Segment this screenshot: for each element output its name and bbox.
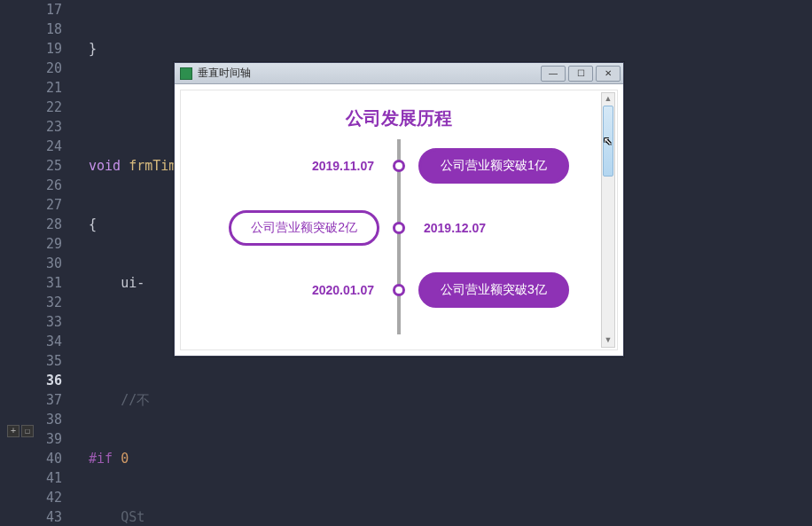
line-number: 26 xyxy=(32,176,62,195)
app-icon xyxy=(180,67,192,80)
dialog-title: 垂直时间轴 xyxy=(198,66,541,81)
timeline-date: 2019.11.07 xyxy=(181,159,399,173)
line-number: 27 xyxy=(32,195,62,215)
line-number: 36 xyxy=(32,371,62,390)
vertical-scrollbar[interactable]: ▲ ▼ xyxy=(601,92,615,348)
line-number: 22 xyxy=(32,98,62,117)
timeline-node-icon xyxy=(393,284,405,296)
timeline-info-bubble[interactable]: 公司营业额突破1亿 xyxy=(418,148,569,184)
line-number: 43 xyxy=(32,507,62,526)
line-number: 40 xyxy=(32,449,62,468)
line-number: 31 xyxy=(32,273,62,293)
timeline-dialog: 垂直时间轴 — ☐ ✕ 公司发展历程 2019.11.07 公司营业额突破1亿 … xyxy=(174,62,624,357)
line-number: 41 xyxy=(32,468,62,488)
timeline-info-bubble[interactable]: 公司营业额突破2亿 xyxy=(229,210,379,246)
timeline-date: 2020.01.07 xyxy=(181,283,399,297)
scroll-up-icon[interactable]: ▲ xyxy=(603,94,613,105)
close-button[interactable]: ✕ xyxy=(596,66,621,82)
line-number-gutter: 17 18 19 20 21 22 23 24 25 26 27 28 29 3… xyxy=(32,0,71,526)
line-number: 19 xyxy=(32,39,62,59)
maximize-button[interactable]: ☐ xyxy=(568,66,593,82)
line-number: 34 xyxy=(32,332,62,351)
line-number: 23 xyxy=(32,117,62,137)
line-number: 21 xyxy=(32,78,62,98)
fold-expand-icon[interactable]: + xyxy=(7,425,20,437)
timeline-node-icon xyxy=(393,222,405,234)
line-number: 38 xyxy=(32,410,62,429)
dialog-body: 公司发展历程 2019.11.07 公司营业额突破1亿 公司营业额突破2亿 20… xyxy=(175,84,623,356)
line-number: 28 xyxy=(32,215,62,234)
line-number: 29 xyxy=(32,234,62,254)
line-number: 17 xyxy=(32,0,62,20)
scroll-down-icon[interactable]: ▼ xyxy=(603,335,613,346)
line-number: 35 xyxy=(32,351,62,371)
line-number: 39 xyxy=(32,429,62,449)
timeline-heading: 公司发展历程 xyxy=(181,90,617,139)
timeline-date: 2019.12.07 xyxy=(399,221,617,235)
fold-box-icon[interactable]: ☐ xyxy=(21,425,34,437)
minimize-button[interactable]: — xyxy=(541,66,566,82)
line-number: 32 xyxy=(32,293,62,312)
line-number: 30 xyxy=(32,254,62,273)
timeline-info-bubble[interactable]: 公司营业额突破3亿 xyxy=(418,272,569,308)
line-number: 33 xyxy=(32,312,62,332)
line-number: 20 xyxy=(32,59,62,78)
timeline-node-icon xyxy=(393,160,405,172)
line-number: 42 xyxy=(32,488,62,507)
timeline-panel: 公司发展历程 2019.11.07 公司营业额突破1亿 公司营业额突破2亿 20… xyxy=(180,90,618,350)
line-number: 25 xyxy=(32,156,62,176)
scrollbar-thumb[interactable] xyxy=(603,106,613,177)
dialog-titlebar[interactable]: 垂直时间轴 — ☐ ✕ xyxy=(175,63,623,84)
line-number: 18 xyxy=(32,20,62,39)
line-number: 37 xyxy=(32,390,62,410)
fold-gutter: + ☐ xyxy=(0,0,32,526)
line-number: 24 xyxy=(32,137,62,156)
timeline: 2019.11.07 公司营业额突破1亿 公司营业额突破2亿 2019.12.0… xyxy=(181,139,617,334)
